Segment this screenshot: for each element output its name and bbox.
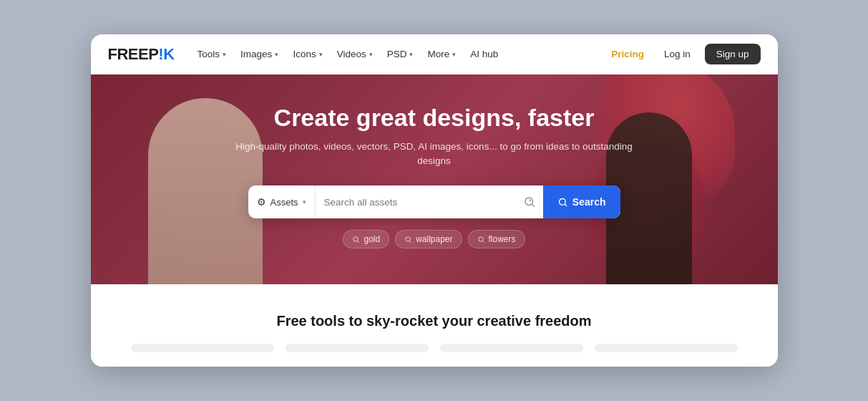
chevron-down-icon: ▾	[275, 51, 278, 58]
nav-links: Tools ▾ Images ▾ Icons ▾ Videos ▾ PSD ▾ …	[192, 44, 606, 64]
hero-title: Create great designs, faster	[220, 103, 649, 132]
quick-tag-flowers[interactable]: flowers	[468, 230, 525, 248]
chevron-down-icon: ▾	[319, 51, 323, 58]
nav-item-psd[interactable]: PSD ▾	[381, 44, 419, 64]
chevron-down-icon: ▾	[409, 51, 413, 58]
bottom-title: Free tools to sky-rocket your creative f…	[108, 313, 761, 329]
nav-item-aihub[interactable]: AI hub	[464, 44, 504, 64]
assets-icon: ⚙	[257, 196, 266, 208]
quick-searches: gold wallpaper flowers	[220, 230, 649, 248]
camera-search-icon[interactable]	[516, 185, 543, 218]
logo[interactable]: FREEP!K	[108, 45, 175, 64]
nav-item-images[interactable]: Images ▾	[235, 44, 284, 64]
login-button[interactable]: Log in	[655, 44, 699, 64]
svg-point-4	[353, 236, 358, 241]
pricing-link[interactable]: Pricing	[605, 44, 650, 64]
nav-right: Pricing Log in Sign up	[605, 44, 760, 64]
svg-point-0	[525, 198, 533, 206]
quick-tag-wallpaper[interactable]: wallpaper	[395, 230, 462, 248]
logo-text-pik: !K	[158, 45, 174, 63]
bottom-card-1	[131, 344, 274, 352]
hero-subtitle: High-quality photos, videos, vectors, PS…	[220, 140, 649, 169]
bottom-section: Free tools to sky-rocket your creative f…	[91, 284, 778, 367]
svg-point-6	[406, 236, 410, 241]
logo-text-free: FREEP	[108, 45, 159, 63]
search-category-label: Assets	[270, 197, 298, 208]
svg-point-8	[478, 236, 482, 241]
hero-content: Create great designs, faster High-qualit…	[220, 103, 649, 248]
search-input[interactable]	[316, 185, 516, 218]
bottom-card-4	[595, 344, 738, 352]
nav-item-videos[interactable]: Videos ▾	[331, 44, 379, 64]
search-button[interactable]: Search	[543, 185, 620, 218]
bottom-card-2	[286, 344, 429, 352]
search-bar: ⚙ Assets ▾ Searc	[248, 185, 620, 218]
svg-line-7	[409, 241, 411, 242]
chevron-down-icon: ▾	[369, 51, 373, 58]
chevron-down-icon: ▾	[452, 51, 456, 58]
browser-window: FREEP!K Tools ▾ Images ▾ Icons ▾ Videos …	[91, 34, 778, 367]
hero-section: Create great designs, faster High-qualit…	[91, 74, 778, 284]
navbar: FREEP!K Tools ▾ Images ▾ Icons ▾ Videos …	[91, 34, 778, 74]
nav-item-icons[interactable]: Icons ▾	[287, 44, 328, 64]
signup-button[interactable]: Sign up	[705, 44, 761, 64]
bottom-cards	[108, 344, 761, 352]
search-button-label: Search	[572, 196, 606, 208]
quick-tag-gold[interactable]: gold	[343, 230, 389, 248]
svg-point-2	[559, 198, 565, 205]
nav-item-more[interactable]: More ▾	[421, 44, 462, 64]
svg-line-3	[565, 204, 567, 206]
bottom-card-3	[440, 344, 583, 352]
search-category-dropdown[interactable]: ⚙ Assets ▾	[248, 185, 316, 218]
chevron-down-icon: ▾	[223, 51, 226, 58]
svg-line-1	[532, 205, 534, 207]
nav-item-tools[interactable]: Tools ▾	[192, 44, 233, 64]
svg-line-5	[358, 241, 359, 242]
chevron-down-icon: ▾	[303, 198, 306, 206]
svg-line-9	[482, 241, 484, 242]
